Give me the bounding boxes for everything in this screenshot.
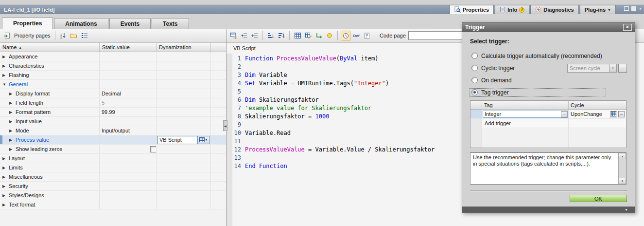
property-row[interactable]: ▶Flashing <box>0 71 226 80</box>
expander-closed-icon[interactable]: ▶ <box>2 166 9 170</box>
radio-icon[interactable] <box>471 89 478 95</box>
expander-closed-icon[interactable]: ▶ <box>2 175 9 179</box>
line-number: 2 <box>232 63 245 71</box>
expander-closed-icon[interactable]: ▶ <box>2 73 9 77</box>
expander-closed-icon[interactable]: ▶ <box>2 55 9 59</box>
sort-ascending-icon[interactable] <box>266 31 276 40</box>
screen-cycle-combo[interactable]: Screen cycle▼ <box>567 64 617 73</box>
property-row[interactable]: ▶Input value <box>0 117 226 126</box>
column-header-name[interactable]: Name ▲ <box>0 43 100 52</box>
goto-line-icon[interactable] <box>314 31 324 40</box>
expander-closed-icon[interactable]: ▶ <box>2 64 9 68</box>
show-leading-zeros-checkbox[interactable] <box>150 146 157 152</box>
dock-window-icon[interactable] <box>631 6 636 11</box>
sort-descending-icon[interactable] <box>277 31 286 40</box>
ok-button[interactable]: OK <box>570 195 627 202</box>
sort-order-icon[interactable]: 12 <box>58 31 68 40</box>
trigger-option-cyclic-trigger[interactable]: Cyclic trigger <box>470 64 516 72</box>
expander-closed-icon[interactable]: ▶ <box>9 138 16 142</box>
property-row[interactable]: ▶Security <box>0 182 226 191</box>
cycle-column-header[interactable]: Cycle <box>569 101 626 109</box>
cycle-table-icon[interactable] <box>610 111 617 117</box>
dock-tab-plugins[interactable]: Plug-ins ▼ <box>580 5 616 14</box>
property-pages-icon[interactable] <box>2 31 12 40</box>
tab-properties[interactable]: Properties <box>2 18 53 29</box>
tab-animations[interactable]: Animations <box>54 18 108 29</box>
dock-tab-info[interactable]: Info i <box>495 5 529 14</box>
check-script-icon[interactable] <box>228 31 238 40</box>
dock-tab-diagnostics[interactable]: Diagnostics <box>530 5 578 14</box>
property-row[interactable]: ▶ModeInput/output <box>0 126 226 135</box>
code-template-icon[interactable] <box>362 31 372 40</box>
tag-column-header[interactable]: Tag <box>482 101 569 109</box>
row-selector[interactable] <box>470 110 482 118</box>
property-row[interactable]: ▶Field length5 <box>0 98 226 108</box>
list-view-icon[interactable] <box>80 31 89 40</box>
dynamization-dialog-button[interactable]: ▼ <box>197 136 209 144</box>
help-scrollbar[interactable]: ▲ ▼ <box>618 153 626 184</box>
property-row[interactable]: ▼General <box>0 80 226 89</box>
property-row[interactable]: ▶Format pattern99.99 <box>0 108 226 117</box>
definition-icon[interactable]: Def <box>351 31 361 40</box>
trigger-tag-table: Tag Cycle Integer...UponChange...Add tri… <box>470 100 627 148</box>
trigger-dialog-titlebar[interactable]: Trigger × <box>462 22 635 32</box>
insert-table-icon[interactable] <box>293 31 302 40</box>
browse-cycle-button[interactable]: ... <box>618 64 627 73</box>
row-selector[interactable] <box>470 119 482 128</box>
property-row[interactable]: ▶Process valueVB Script▼ <box>0 135 226 145</box>
bookmark-icon[interactable] <box>325 31 334 40</box>
tab-texts[interactable]: Texts <box>152 18 189 29</box>
radio-icon[interactable] <box>471 65 478 71</box>
expander-closed-icon[interactable]: ▶ <box>2 156 9 161</box>
property-row[interactable]: ▶Display formatDecimal <box>0 89 226 98</box>
expander-closed-icon[interactable]: ▶ <box>9 101 16 105</box>
expander-closed-icon[interactable]: ▶ <box>9 110 16 114</box>
window-menu-icon[interactable]: ▼ <box>639 7 642 10</box>
pane-splitter-handle[interactable]: ◀ <box>223 120 227 131</box>
trigger-option-tag-trigger[interactable]: Tag trigger <box>470 89 606 96</box>
expander-closed-icon[interactable]: ▶ <box>9 92 16 96</box>
property-row[interactable]: ▶Layout <box>0 154 226 163</box>
trigger-option-calculate-trigger-automatically-recommended[interactable]: Calculate trigger automatically (recomme… <box>470 52 604 60</box>
dynamization-combo[interactable]: VB Script▼ <box>157 136 209 144</box>
browse-cycle-button[interactable]: ... <box>618 111 625 117</box>
add-trigger-label[interactable]: Add trigger <box>483 120 511 126</box>
column-header-dynamization[interactable]: Dynamization <box>157 43 211 52</box>
edit-table-icon[interactable] <box>303 31 313 40</box>
tab-events[interactable]: Events <box>109 18 151 29</box>
property-row[interactable]: ▶Appearance <box>0 52 226 61</box>
trigger-clock-button[interactable] <box>341 31 350 40</box>
expander-closed-icon[interactable]: ▶ <box>2 184 9 188</box>
trigger-table-row[interactable]: Integer...UponChange... <box>470 110 626 119</box>
decrease-indent-icon[interactable] <box>250 31 260 40</box>
property-row[interactable]: ▶Show leading zeros <box>0 145 226 154</box>
close-icon[interactable]: × <box>623 24 632 31</box>
radio-icon[interactable] <box>471 53 478 59</box>
property-name: Input value <box>16 118 42 124</box>
expander-closed-icon[interactable]: ▶ <box>9 119 16 124</box>
dock-tab-properties[interactable]: Properties <box>450 5 494 14</box>
property-row[interactable]: ▶Text format <box>0 200 226 209</box>
browse-tag-button[interactable]: ... <box>561 111 567 117</box>
property-row[interactable]: ▶Styles/Designs <box>0 191 226 200</box>
code-line: 10Variable.Read <box>232 129 435 137</box>
expander-closed-icon[interactable]: ▶ <box>2 193 9 198</box>
dropdown-icon[interactable]: ▼ <box>625 208 628 211</box>
scroll-up-icon[interactable]: ▲ <box>619 153 626 159</box>
folder-icon[interactable] <box>69 31 79 40</box>
expander-closed-icon[interactable]: ▶ <box>9 129 16 133</box>
float-window-icon[interactable] <box>624 6 629 11</box>
expander-closed-icon[interactable]: ▶ <box>2 203 9 207</box>
property-row[interactable]: ▶Limits <box>0 163 226 172</box>
trigger-option-on-demand[interactable]: On demand <box>470 76 513 84</box>
scroll-down-icon[interactable]: ▼ <box>619 178 626 184</box>
property-row[interactable]: ▶Characteristics <box>0 61 226 71</box>
increase-indent-icon[interactable] <box>239 31 249 40</box>
property-row[interactable]: ▶Miscellaneous <box>0 172 226 182</box>
column-header-static-value[interactable]: Static value <box>100 43 157 52</box>
radio-icon[interactable] <box>471 77 478 83</box>
tag-name-field[interactable]: Integer... <box>483 111 568 118</box>
trigger-table-row[interactable]: Add trigger <box>470 119 626 128</box>
expander-closed-icon[interactable]: ▶ <box>9 147 16 151</box>
expander-open-icon[interactable]: ▼ <box>2 82 9 87</box>
